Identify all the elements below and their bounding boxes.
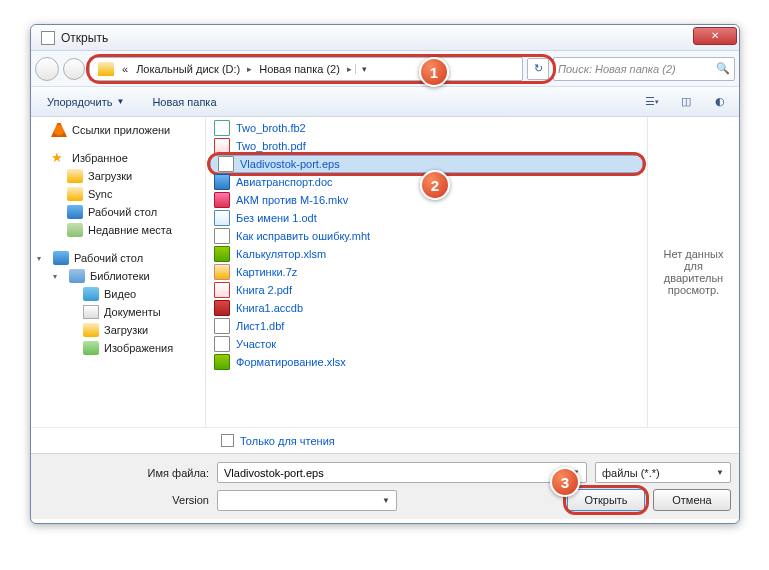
nav-bar: « Локальный диск (D:) ▸ Новая папка (2) … [31, 51, 739, 87]
filename-label: Имя файла: [39, 467, 209, 479]
video-icon [83, 287, 99, 301]
search-placeholder: Поиск: Новая папка (2) [558, 63, 676, 75]
sidebar-favorites[interactable]: ★Избранное [31, 149, 205, 167]
organize-button[interactable]: Упорядочить▼ [39, 92, 132, 112]
annotation-badge-3: 3 [550, 467, 580, 497]
list-item[interactable]: Участок [206, 335, 647, 353]
annotation-badge-2: 2 [420, 170, 450, 200]
refresh-button[interactable]: ↻ [527, 58, 549, 80]
open-dialog-window: Открыть ✕ « Локальный диск (D:) ▸ Новая … [30, 24, 740, 524]
close-icon: ✕ [711, 30, 719, 41]
list-item[interactable]: Лист1.dbf [206, 317, 647, 335]
sidebar: Ссылки приложени ★Избранное Загрузки Syn… [31, 117, 206, 427]
file-icon [214, 210, 230, 226]
file-icon [214, 282, 230, 298]
breadcrumb-root[interactable]: « [118, 63, 132, 75]
file-icon [214, 192, 230, 208]
sidebar-sync[interactable]: Sync [31, 185, 205, 203]
pictures-icon [83, 341, 99, 355]
list-item[interactable]: Книга 2.pdf [206, 281, 647, 299]
window-icon [41, 31, 55, 45]
downloads-icon [67, 169, 83, 183]
filetype-select[interactable]: файлы (*.*)▼ [595, 462, 731, 483]
downloads-icon [83, 323, 99, 337]
sidebar-downloads[interactable]: Загрузки [31, 167, 205, 185]
sidebar-desktop[interactable]: Рабочий стол [31, 203, 205, 221]
cancel-button[interactable]: Отмена [653, 489, 731, 511]
forward-button[interactable] [63, 58, 85, 80]
chevron-down-icon[interactable]: ▼ [716, 468, 724, 477]
options-row: Только для чтения [31, 427, 739, 453]
preview-pane-button[interactable]: ◫ [675, 91, 697, 113]
file-icon [214, 246, 230, 262]
version-label: Version [39, 494, 209, 506]
chevron-right-icon[interactable]: ▸ [244, 64, 255, 74]
footer: Имя файла: Vladivostok-port.eps▼ файлы (… [31, 453, 739, 519]
desktop-icon [53, 251, 69, 265]
folder-icon [98, 62, 114, 76]
sidebar-recent[interactable]: Недавние места [31, 221, 205, 239]
collapse-icon[interactable]: ▾ [53, 272, 62, 281]
window-title: Открыть [61, 31, 693, 45]
file-icon [214, 300, 230, 316]
desktop-icon [67, 205, 83, 219]
chevron-right-icon[interactable]: ▸ [344, 64, 355, 74]
search-input[interactable]: Поиск: Новая папка (2) 🔍 [553, 57, 735, 81]
sidebar-app-links[interactable]: Ссылки приложени [31, 121, 205, 139]
recent-icon [67, 223, 83, 237]
filename-input[interactable]: Vladivostok-port.eps▼ [217, 462, 587, 483]
sidebar-libraries[interactable]: ▾Библиотеки [31, 267, 205, 285]
breadcrumb-seg-1[interactable]: Локальный диск (D:) [132, 63, 244, 75]
readonly-checkbox[interactable] [221, 434, 234, 447]
preview-text: Нет данных для дварительн просмотр. [656, 248, 731, 296]
chevron-down-icon: ▼ [116, 97, 124, 106]
list-item[interactable]: Калькулятор.xlsm [206, 245, 647, 263]
folder-icon [67, 187, 83, 201]
sidebar-videos[interactable]: Видео [31, 285, 205, 303]
list-item[interactable]: Two_broth.pdf [206, 137, 647, 155]
new-folder-button[interactable]: Новая папка [144, 92, 224, 112]
sidebar-documents[interactable]: Документы [31, 303, 205, 321]
address-bar[interactable]: « Локальный диск (D:) ▸ Новая папка (2) … [89, 57, 523, 81]
preview-pane: Нет данных для дварительн просмотр. [647, 117, 739, 427]
star-icon: ★ [51, 151, 67, 165]
file-icon [214, 138, 230, 154]
version-select[interactable]: ▼ [217, 490, 397, 511]
list-item[interactable]: Книга1.accdb [206, 299, 647, 317]
file-icon [214, 336, 230, 352]
file-icon [214, 120, 230, 136]
list-item[interactable]: Two_broth.fb2 [206, 119, 647, 137]
list-item[interactable]: Без имени 1.odt [206, 209, 647, 227]
sidebar-desktop-2[interactable]: ▾Рабочий стол [31, 249, 205, 267]
list-item[interactable]: Картинки.7z [206, 263, 647, 281]
file-icon [214, 264, 230, 280]
collapse-icon[interactable]: ▾ [37, 254, 46, 263]
sidebar-pictures[interactable]: Изображения [31, 339, 205, 357]
file-icon [214, 354, 230, 370]
list-item[interactable]: Как исправить ошибку.mht [206, 227, 647, 245]
library-icon [69, 269, 85, 283]
help-button[interactable]: ◐ [709, 91, 731, 113]
list-item-selected[interactable]: Vladivostok-port.eps [210, 155, 643, 173]
back-button[interactable] [35, 57, 59, 81]
close-button[interactable]: ✕ [693, 27, 737, 45]
breadcrumb-seg-2[interactable]: Новая папка (2) [255, 63, 344, 75]
refresh-icon: ↻ [534, 62, 543, 75]
documents-icon [83, 305, 99, 319]
address-dropdown[interactable]: ▾ [355, 64, 373, 74]
search-icon: 🔍 [716, 62, 730, 75]
file-icon [214, 318, 230, 334]
file-icon [218, 156, 234, 172]
readonly-label: Только для чтения [240, 435, 335, 447]
view-button[interactable]: ☰▾ [641, 91, 663, 113]
file-icon [214, 228, 230, 244]
chevron-down-icon[interactable]: ▼ [382, 496, 390, 505]
titlebar: Открыть ✕ [31, 25, 739, 51]
sidebar-downloads-2[interactable]: Загрузки [31, 321, 205, 339]
annotation-badge-1: 1 [419, 57, 449, 87]
list-item[interactable]: Форматирование.xlsx [206, 353, 647, 371]
file-list[interactable]: Two_broth.fb2 Two_broth.pdf Vladivostok-… [206, 117, 647, 427]
content-area: Ссылки приложени ★Избранное Загрузки Syn… [31, 117, 739, 427]
vlc-icon [51, 123, 67, 137]
open-button[interactable]: Открыть [567, 489, 645, 511]
